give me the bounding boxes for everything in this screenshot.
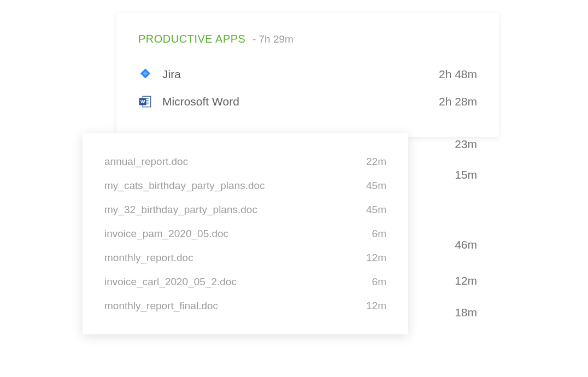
app-time: 15m bbox=[455, 168, 477, 181]
app-row[interactable]: W Microsoft Word 2h 28m bbox=[138, 88, 477, 115]
app-name: Microsoft Word bbox=[162, 95, 439, 108]
document-time: 6m bbox=[372, 228, 386, 240]
document-row[interactable]: monthly_report.doc12m bbox=[104, 246, 386, 270]
card-title: PRODUCTIVE APPS bbox=[138, 33, 245, 45]
document-name: monthly_report.doc bbox=[104, 252, 366, 264]
app-time: 46m bbox=[455, 238, 477, 251]
word-icon: W bbox=[138, 95, 152, 109]
document-row[interactable]: my_cats_birthday_party_plans.doc45m bbox=[104, 174, 386, 198]
app-row[interactable]: Jira 2h 48m bbox=[138, 61, 477, 88]
document-name: monthly_report_final.doc bbox=[104, 300, 366, 312]
document-row[interactable]: my_32_birthday_party_plans.doc45m bbox=[104, 198, 386, 222]
document-name: invoice_carl_2020_05_2.doc bbox=[104, 276, 372, 288]
document-row[interactable]: monthly_report_final.doc12m bbox=[104, 294, 386, 318]
app-time: 2h 28m bbox=[439, 95, 477, 108]
document-time: 6m bbox=[372, 276, 386, 288]
jira-icon bbox=[138, 67, 152, 81]
document-row[interactable]: invoice_carl_2020_05_2.doc6m bbox=[104, 270, 386, 294]
app-time: 2h 48m bbox=[439, 68, 477, 81]
document-time: 12m bbox=[366, 300, 386, 312]
card-total-time: - 7h 29m bbox=[252, 33, 293, 45]
app-time: 18m bbox=[455, 306, 477, 319]
productive-apps-card: PRODUCTIVE APPS - 7h 29m Jira 2h 48m W M… bbox=[116, 13, 499, 137]
documents-popup: annual_report.doc22mmy_cats_birthday_par… bbox=[83, 133, 408, 334]
document-name: my_32_birthday_party_plans.doc bbox=[104, 204, 366, 216]
document-time: 12m bbox=[366, 252, 386, 264]
document-time: 45m bbox=[366, 204, 386, 216]
document-row[interactable]: annual_report.doc22m bbox=[104, 150, 386, 174]
svg-text:W: W bbox=[140, 99, 145, 104]
document-time: 22m bbox=[366, 156, 386, 168]
document-name: annual_report.doc bbox=[104, 156, 366, 168]
document-time: 45m bbox=[366, 180, 386, 192]
document-name: invoice_pam_2020_05.doc bbox=[104, 228, 372, 240]
card-header: PRODUCTIVE APPS - 7h 29m bbox=[138, 33, 477, 45]
app-time: 23m bbox=[455, 138, 477, 151]
app-name: Jira bbox=[162, 68, 439, 81]
app-time: 12m bbox=[455, 274, 477, 287]
document-name: my_cats_birthday_party_plans.doc bbox=[104, 180, 366, 192]
document-row[interactable]: invoice_pam_2020_05.doc6m bbox=[104, 222, 386, 246]
